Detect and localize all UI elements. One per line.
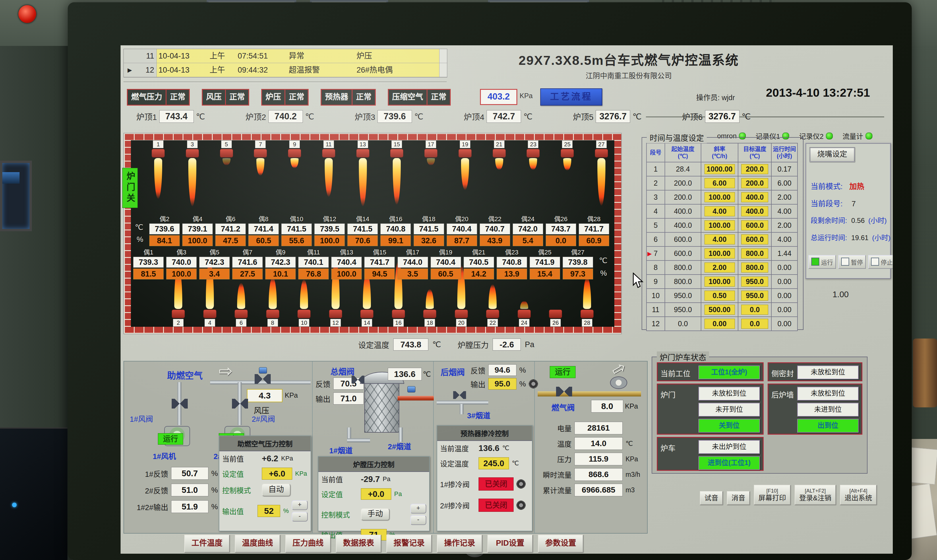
segment-cell: 11 [646, 303, 665, 317]
target-value[interactable]: 600.0 [741, 234, 768, 245]
ctrl-mode-button[interactable]: 手动 [361, 508, 390, 520]
thermocouple-output: 0.0 [546, 235, 576, 246]
nav-tab[interactable]: 操作记录 [437, 535, 482, 552]
slope-value[interactable]: 4.00 [704, 206, 735, 216]
burner-body-icon [595, 149, 608, 157]
start-temp-cell: 950.0 [665, 289, 701, 303]
output-minus-button[interactable]: - [410, 515, 426, 525]
thermocouple-temp: 741.5 [414, 223, 444, 234]
run-button[interactable]: 运行 [808, 255, 836, 269]
burner-number: 10 [299, 319, 310, 327]
roof-temp-unit: ℃ [196, 112, 205, 122]
ctrl-set-value[interactable]: +6.0 [262, 468, 292, 480]
nav-tab[interactable]: PID设置 [487, 535, 533, 552]
thermocouple-cell: 偶8 741.4 60.5 [248, 214, 279, 246]
gas-pressure-unit: KPa [519, 92, 533, 100]
rear-wall-panel: 后炉墙 未放松到位未进到位出到位 [767, 383, 862, 435]
thermocouple-cell: 偶21 740.5 14.2 [464, 247, 494, 279]
slope-value[interactable]: 1000.00 [704, 164, 735, 174]
target-value[interactable]: 800.0 [741, 248, 768, 258]
output-plus-button[interactable]: + [410, 504, 426, 514]
duct-pipe [347, 438, 370, 442]
slope-cell: 6.00 [701, 176, 738, 190]
pause-button[interactable]: 暂停 [838, 255, 866, 269]
ctrl-mode-button[interactable]: 自动 [262, 484, 291, 496]
target-value[interactable]: 950.0 [741, 277, 768, 286]
slope-value[interactable]: 100.00 [704, 220, 735, 230]
alarm-row[interactable]: ▶ 12 10-04-13 上午 09:44:32 超温报警 26#热电偶 [124, 63, 447, 77]
system-button[interactable]: [F10] 屏幕打印 [754, 485, 791, 505]
slope-value[interactable]: 0.50 [704, 291, 735, 301]
ctrl-set-value[interactable]: +0.0 [361, 488, 391, 500]
car-state: 未出炉到位 [698, 440, 760, 454]
target-value[interactable]: 800.0 [741, 263, 768, 272]
output-minus-button[interactable]: - [292, 512, 308, 522]
thermocouple-temp: 741.4 [248, 223, 279, 234]
burner-settings-button[interactable]: 烧嘴设定 [809, 147, 855, 162]
system-button-label: 屏幕打印 [758, 494, 786, 502]
thermocouple-cell: 偶11 740.1 76.8 [298, 247, 329, 279]
company-name: 江阴中南重工股份有限公司 [451, 70, 807, 80]
target-value[interactable]: 0.0 [741, 305, 768, 315]
slope-value[interactable]: 2.00 [704, 263, 735, 272]
output-plus-button[interactable]: + [292, 500, 308, 510]
ctrl-output-value[interactable]: 52 [257, 505, 280, 517]
burner-number: 16 [393, 319, 404, 327]
target-value[interactable]: 0.0 [741, 319, 768, 329]
status-badge-state: 正常 [353, 90, 375, 105]
ctrl-set-unit: Pa [394, 490, 402, 498]
slope-value[interactable]: 100.00 [704, 192, 735, 202]
alarm-row[interactable]: 11 10-04-13 上午 07:54:51 异常 炉压 [124, 49, 447, 63]
slope-value[interactable]: 4.00 [704, 234, 735, 245]
target-value[interactable]: 200.0 [741, 178, 768, 188]
burner-body-icon [329, 309, 342, 318]
burner-body-icon [220, 149, 233, 157]
cabinet-display-glow [2, 172, 20, 184]
ctrl-set-value[interactable]: 245.0 [479, 457, 509, 469]
target-value[interactable]: 400.0 [741, 206, 768, 216]
run-time-cell: 0.00 [771, 303, 797, 317]
alarm-scrollbar[interactable] [439, 49, 447, 63]
slope-value[interactable]: 0.00 [704, 319, 735, 329]
nav-tab[interactable]: 温度曲线 [235, 535, 280, 552]
preheater-panel: 后烟阀 反馈 94.6 % 输出 95.0 % 3#烟道 预热器掺冷控制 当前温… [434, 362, 535, 533]
flame-icon [427, 158, 435, 165]
stop-button[interactable]: 停止 [868, 255, 893, 269]
nav-tab[interactable]: 报警记录 [387, 535, 432, 552]
door-car-status-group: 炉门炉车状态 当前工位 工位1(全炉) 炉门 未放松到位未开到位关到位 炉车 未… [652, 357, 868, 474]
page-title: 29X7.3X8.5m台车式燃气炉控温系统 [451, 50, 807, 69]
slope-value[interactable]: 100.00 [704, 248, 735, 258]
thermocouple-label: 偶7 [232, 247, 263, 256]
process-flow-button[interactable]: 工艺流程 [540, 88, 602, 106]
nav-tab[interactable]: 参数设置 [538, 535, 583, 552]
thermocouple-temp: 740.7 [480, 223, 510, 234]
segment-row: 当前段号: 7 [811, 198, 856, 208]
rear-valve-icon [453, 391, 466, 399]
nav-tab[interactable]: 工件温度 [184, 535, 230, 552]
cold-valve-state[interactable]: 已关闭 [479, 498, 513, 512]
schedule-row: ▶ 7 600.0 100.00 800.0 1.44 [646, 246, 797, 260]
target-value[interactable]: 400.0 [741, 192, 768, 202]
unit-deg-label: ℃ [599, 256, 607, 265]
target-value[interactable]: 950.0 [741, 291, 768, 301]
burner-number: 2 [173, 319, 184, 327]
system-button[interactable]: [Alt+F4] 退出系统 [840, 485, 877, 505]
slope-value[interactable]: 6.00 [704, 178, 735, 188]
target-value[interactable]: 600.0 [741, 220, 768, 230]
system-button[interactable]: 试音 [700, 491, 723, 505]
cold-valve-state[interactable]: 已关闭 [479, 477, 513, 491]
device-link: 记录仪2 [799, 131, 832, 141]
nav-tab[interactable]: 压力曲线 [285, 535, 331, 552]
nav-tab[interactable]: 数据报表 [336, 535, 381, 552]
slope-value[interactable]: 100.00 [704, 277, 735, 286]
schedule-row: 1 28.4 1000.00 200.0 0.17 [646, 162, 797, 176]
thermocouple-label: 偶26 [546, 214, 576, 223]
system-button[interactable]: 消音 [727, 491, 750, 505]
system-button[interactable]: [ALT+F2] 登录&注销 [795, 485, 836, 505]
target-value[interactable]: 200.0 [741, 164, 768, 174]
duct3-label: 3#烟道 [467, 410, 490, 420]
alarm-scrollbar[interactable] [439, 63, 447, 77]
run-time-cell: 2.00 [771, 218, 797, 232]
slope-value[interactable]: 500.00 [704, 305, 735, 315]
rear-out-value[interactable]: 95.0 [488, 378, 516, 389]
